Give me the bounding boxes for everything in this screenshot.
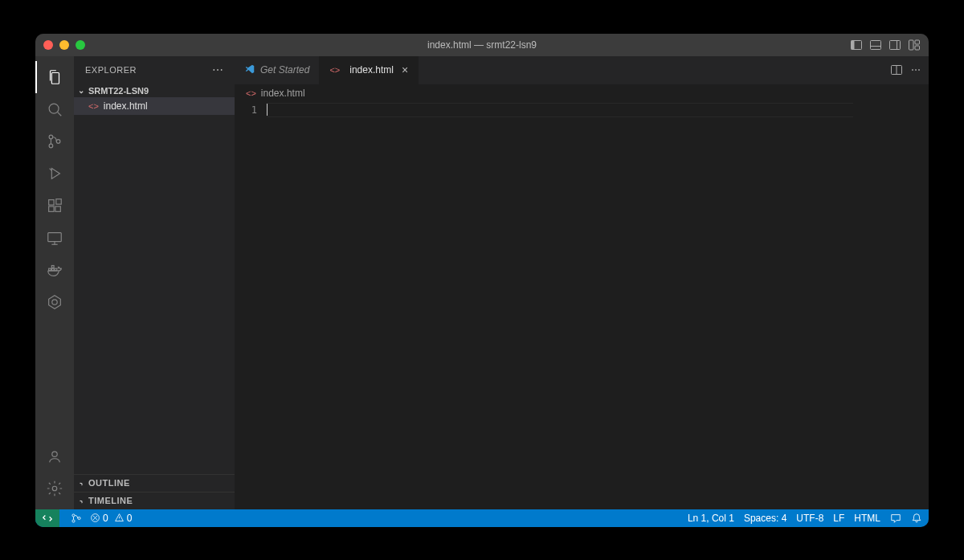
outline-label: Outline <box>88 478 130 488</box>
docker-activity-icon[interactable] <box>35 254 74 286</box>
breadcrumb-file: index.html <box>261 88 305 99</box>
timeline-section[interactable]: › Timeline <box>74 492 235 509</box>
svg-point-28 <box>52 452 57 456</box>
svg-point-9 <box>49 104 59 113</box>
text-cursor <box>267 104 268 116</box>
breadcrumb[interactable]: <> index.html <box>235 84 929 102</box>
editor-tabs: Get Started <> index.html × ⋯ <box>235 56 929 84</box>
svg-rect-2 <box>871 40 881 49</box>
svg-point-12 <box>49 144 53 148</box>
maximize-window-button[interactable] <box>76 40 85 50</box>
chevron-right-icon: › <box>74 493 88 508</box>
warning-count: 0 <box>127 513 133 524</box>
vscode-icon <box>244 63 255 77</box>
chevron-down-icon: ⌄ <box>76 86 87 95</box>
activity-bar <box>35 56 74 509</box>
remote-indicator[interactable] <box>35 509 59 527</box>
title-bar-actions <box>850 39 921 51</box>
close-window-button[interactable] <box>43 40 53 50</box>
svg-point-29 <box>52 486 57 491</box>
window-controls <box>43 40 85 50</box>
title-bar: index.html — srmt22-lsn9 <box>35 34 929 56</box>
settings-activity-icon[interactable] <box>35 472 74 505</box>
svg-rect-25 <box>51 265 54 268</box>
problems-status[interactable]: 0 0 <box>90 513 132 524</box>
outline-section[interactable]: › Outline <box>74 474 235 492</box>
search-activity-icon[interactable] <box>35 93 74 125</box>
svg-marker-14 <box>51 168 59 178</box>
eol-status[interactable]: LF <box>833 513 844 524</box>
split-editor-icon[interactable] <box>890 63 903 76</box>
tab-label: Get Started <box>260 64 309 76</box>
run-debug-activity-icon[interactable] <box>35 157 74 190</box>
minimize-window-button[interactable] <box>59 40 69 50</box>
line-number-gutter: 1 <box>235 102 267 509</box>
code-area[interactable] <box>267 102 929 509</box>
kubernetes-activity-icon[interactable] <box>35 286 74 318</box>
svg-point-27 <box>52 299 57 304</box>
svg-line-10 <box>58 112 62 116</box>
html-file-icon: <> <box>88 101 99 111</box>
source-control-status[interactable] <box>71 513 82 524</box>
svg-marker-26 <box>49 295 61 309</box>
svg-point-13 <box>56 139 60 143</box>
svg-rect-8 <box>915 46 920 50</box>
explorer-sidebar: Explorer ⋯ ⌄ SRMT22-LSN9 <> index.html ›… <box>74 56 235 509</box>
svg-point-33 <box>72 519 75 521</box>
toggle-primary-sidebar-icon[interactable] <box>850 39 863 51</box>
sidebar-title: Explorer <box>85 65 137 75</box>
editor-content[interactable]: 1 <box>235 102 929 509</box>
accounts-activity-icon[interactable] <box>35 440 74 472</box>
timeline-label: Timeline <box>88 496 133 505</box>
cursor-position-status[interactable]: Ln 1, Col 1 <box>688 513 734 524</box>
editor-group: Get Started <> index.html × ⋯ <> index.h… <box>235 56 929 509</box>
indentation-status[interactable]: Spaces: 4 <box>744 513 786 524</box>
file-tree-item-label: index.html <box>104 100 148 112</box>
language-mode-status[interactable]: HTML <box>854 513 880 524</box>
tab-get-started[interactable]: Get Started <box>235 56 320 84</box>
tab-label: index.html <box>349 64 394 76</box>
window-title: index.html — srmt22-lsn9 <box>35 39 929 51</box>
sidebar-header: Explorer ⋯ <box>74 56 235 84</box>
svg-rect-1 <box>852 40 855 49</box>
vscode-window: index.html — srmt22-lsn9 <box>35 34 929 527</box>
folder-root[interactable]: ⌄ SRMT22-LSN9 <box>74 84 235 97</box>
html-file-icon: <> <box>246 88 256 98</box>
encoding-status[interactable]: UTF-8 <box>796 513 823 524</box>
svg-point-11 <box>49 135 53 139</box>
extensions-activity-icon[interactable] <box>35 190 74 222</box>
svg-rect-17 <box>55 206 60 211</box>
explorer-activity-icon[interactable] <box>35 61 74 93</box>
svg-rect-19 <box>48 232 62 241</box>
folder-root-label: SRMT22-LSN9 <box>88 86 149 96</box>
error-count: 0 <box>103 513 108 524</box>
line-number: 1 <box>235 103 257 117</box>
sidebar-spacer <box>74 115 235 474</box>
file-tree-item-index[interactable]: <> index.html <box>74 97 235 115</box>
customize-layout-icon[interactable] <box>908 39 921 51</box>
status-bar: 0 0 Ln 1, Col 1 Spaces: 4 UTF-8 LF HTML <box>35 509 929 527</box>
toggle-panel-icon[interactable] <box>869 39 882 51</box>
current-line-highlight <box>267 103 853 117</box>
chevron-right-icon: › <box>74 476 88 490</box>
editor-more-icon[interactable]: ⋯ <box>911 64 921 76</box>
close-tab-icon[interactable]: × <box>402 63 408 76</box>
svg-rect-15 <box>49 199 54 204</box>
svg-rect-4 <box>890 40 901 49</box>
svg-point-32 <box>72 513 75 516</box>
feedback-icon[interactable] <box>890 513 901 524</box>
html-file-icon: <> <box>329 65 340 75</box>
source-control-activity-icon[interactable] <box>35 125 74 157</box>
notifications-icon[interactable] <box>911 513 922 524</box>
svg-point-34 <box>78 517 80 519</box>
toggle-secondary-sidebar-icon[interactable] <box>888 39 901 51</box>
svg-rect-7 <box>915 40 920 44</box>
svg-rect-18 <box>56 198 61 203</box>
svg-rect-6 <box>909 40 914 50</box>
sidebar-more-icon[interactable]: ⋯ <box>212 63 224 76</box>
tab-index-html[interactable]: <> index.html × <box>320 56 419 84</box>
remote-explorer-activity-icon[interactable] <box>35 222 74 254</box>
svg-rect-16 <box>49 206 54 211</box>
